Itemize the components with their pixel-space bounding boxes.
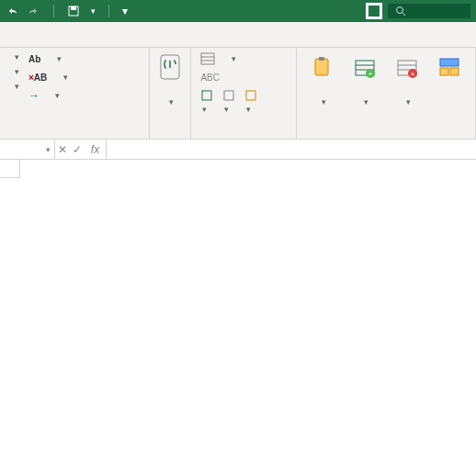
svg-rect-26 [440, 68, 448, 75]
svg-rect-25 [440, 59, 459, 66]
svg-rect-7 [201, 53, 214, 64]
group-label-text [7, 133, 142, 137]
search-icon [395, 6, 406, 17]
svg-rect-27 [450, 68, 459, 75]
svg-line-5 [402, 13, 405, 16]
svg-rect-13 [315, 59, 328, 75]
excel-logo-icon [366, 3, 382, 19]
delete-text-cmd[interactable]: ▾ [7, 66, 21, 77]
numeric-button[interactable]: ▾ [152, 51, 188, 110]
svg-point-4 [397, 7, 403, 14]
enter-icon[interactable]: ✓ [70, 143, 85, 156]
select-all-corner[interactable] [0, 160, 20, 178]
svg-rect-12 [246, 91, 255, 100]
grid-icon [200, 52, 215, 65]
insert-text-cmd[interactable]: ▾ [7, 51, 21, 62]
mini-cmd-2[interactable]: ▾ [222, 89, 235, 115]
insert-new-button[interactable]: + ▾ [346, 51, 383, 110]
redo-icon[interactable] [28, 5, 40, 17]
mini-cmd-1[interactable]: ▾ [200, 89, 213, 115]
cancel-icon[interactable]: ✕ [55, 143, 70, 156]
case-cmd[interactable]: Ab ▾ [27, 51, 70, 66]
svg-text:×: × [411, 70, 415, 78]
round-cmd[interactable]: ▾ [198, 51, 259, 66]
svg-rect-14 [319, 57, 324, 61]
search-box[interactable] [388, 4, 470, 18]
group-label-edit [304, 133, 468, 137]
svg-rect-11 [224, 91, 233, 100]
batch-delete-button[interactable]: × ▾ [389, 51, 425, 110]
fx-icon[interactable]: fx [85, 140, 107, 159]
trim-text-cmd[interactable]: ▾ [7, 81, 21, 92]
save-icon[interactable] [67, 5, 80, 17]
more-cmd[interactable]: → ▾ [27, 88, 70, 103]
svg-text:+: + [368, 70, 373, 78]
keep-numeric-cmd[interactable]: ABC [198, 70, 259, 84]
name-box[interactable]: ▾ [0, 140, 55, 159]
remove-space-cmd[interactable]: ×AB ▾ [27, 70, 70, 84]
mini-cmd-3[interactable]: ▾ [244, 89, 257, 115]
group-label-data [198, 133, 289, 137]
svg-rect-1 [71, 6, 76, 10]
undo-icon[interactable] [6, 5, 18, 17]
svg-rect-3 [368, 6, 380, 17]
merge-replace-button[interactable] [431, 51, 468, 99]
svg-rect-10 [202, 91, 211, 100]
copy-paste-button[interactable]: ▾ [304, 51, 341, 110]
